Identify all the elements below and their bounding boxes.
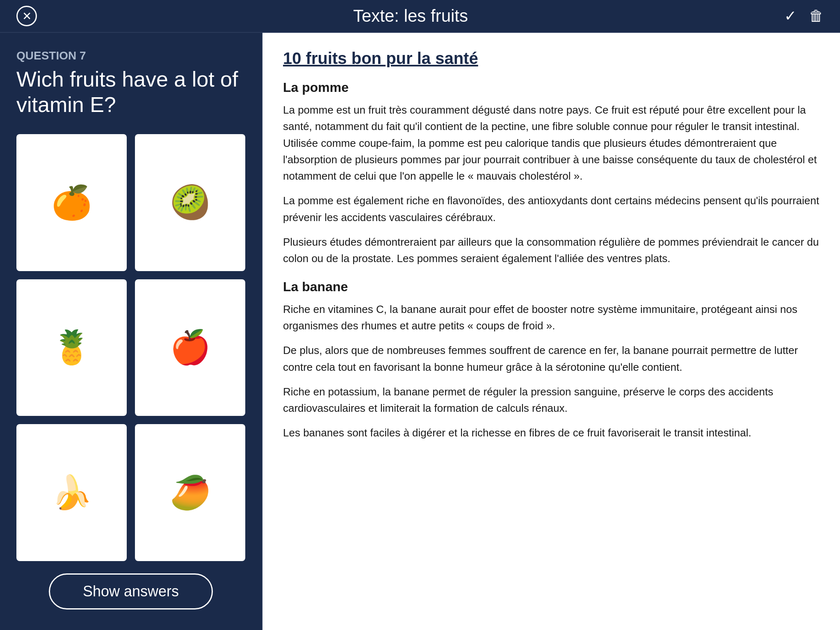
check-button[interactable]: ✓ <box>784 7 797 25</box>
header: ✕ Texte: les fruits ✓ 🗑 <box>0 0 840 33</box>
trash-button[interactable]: 🗑 <box>809 7 824 25</box>
question-text: Wich fruits have a lot of vitamin E? <box>16 66 245 118</box>
banane-para-2: De plus, alors que de nombreuses femmes … <box>283 342 819 375</box>
pomme-para-2: La pomme est également riche en flavonoï… <box>283 192 819 226</box>
fruit-image-apple: 🍎 <box>135 279 245 416</box>
section-title-pomme: La pomme <box>283 80 819 95</box>
show-answers-button[interactable]: Show answers <box>49 573 213 609</box>
article-title: 10 fruits bon pur la santé <box>283 49 819 68</box>
fruit-card-banana[interactable]: 🍌 <box>16 424 127 561</box>
left-panel: QUESTION 7 Wich fruits have a lot of vit… <box>0 33 262 630</box>
close-icon: ✕ <box>22 9 32 23</box>
section-title-banane: La banane <box>283 279 819 294</box>
fruit-image-kiwi: 🥝 <box>135 134 245 271</box>
fruit-card-apple[interactable]: 🍎 <box>135 279 245 416</box>
fruit-card-mango[interactable]: 🥭 <box>135 424 245 561</box>
fruit-card-pineapple[interactable]: 🍍 <box>16 279 127 416</box>
fruit-image-banana: 🍌 <box>16 424 127 561</box>
close-button[interactable]: ✕ <box>16 6 37 26</box>
fruit-image-oranges: 🍊 <box>16 134 127 271</box>
banane-para-3: Riche en potassium, la banane permet de … <box>283 383 819 417</box>
pomme-para-3: Plusieurs études démontreraient par aill… <box>283 234 819 267</box>
pomme-para-1: La pomme est un fruit très couramment dé… <box>283 102 819 184</box>
right-panel[interactable]: 10 fruits bon pur la santé La pomme La p… <box>262 33 840 630</box>
header-actions: ✓ 🗑 <box>784 7 824 25</box>
trash-icon: 🗑 <box>809 7 824 25</box>
question-label: QUESTION 7 <box>16 49 245 62</box>
fruit-card-oranges[interactable]: 🍊 <box>16 134 127 271</box>
header-title: Texte: les fruits <box>353 6 468 26</box>
main-content: QUESTION 7 Wich fruits have a lot of vit… <box>0 33 840 630</box>
show-answers-container: Show answers <box>16 561 245 618</box>
fruit-card-kiwi[interactable]: 🥝 <box>135 134 245 271</box>
fruit-image-grid: 🍊 🥝 🍍 🍎 🍌 🥭 <box>16 134 245 561</box>
fruit-image-mango: 🥭 <box>135 424 245 561</box>
banane-para-4: Les bananes sont faciles à digérer et la… <box>283 425 819 441</box>
section-banane: La banane Riche en vitamines C, la banan… <box>283 279 819 441</box>
check-icon: ✓ <box>784 7 797 25</box>
fruit-image-pineapple: 🍍 <box>16 279 127 416</box>
section-pomme: La pomme La pomme est un fruit très cour… <box>283 80 819 267</box>
banane-para-1: Riche en vitamines C, la banane aurait p… <box>283 301 819 334</box>
